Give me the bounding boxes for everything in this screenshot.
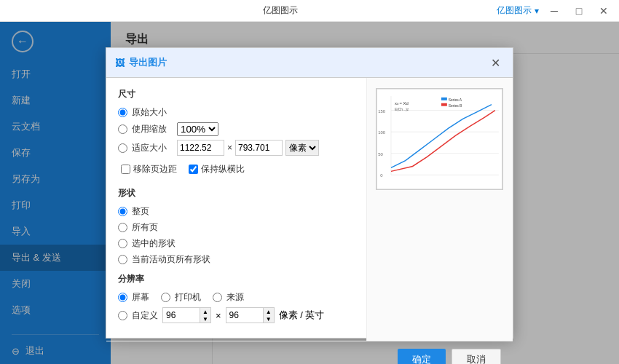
size-section-title: 尺寸 (118, 88, 355, 100)
keep-ratio-label: 保持纵横比 (201, 163, 245, 175)
fit-width-input[interactable] (177, 140, 224, 156)
fit-height-input[interactable] (235, 140, 283, 156)
radio-fit-input[interactable] (118, 143, 127, 153)
radio-curpage[interactable]: 整页 (118, 205, 355, 218)
radio-original[interactable]: 原始大小 (118, 106, 355, 119)
remove-margin-label: 移除页边距 (133, 163, 177, 175)
keep-ratio-checkbox-row[interactable]: 保持纵横比 (189, 163, 245, 175)
dpi-width-wrap: ▲ ▼ (162, 307, 211, 323)
radio-printer-label: 打印机 (175, 291, 201, 304)
svg-text:Series B: Series B (449, 104, 462, 108)
radio-selected-input[interactable] (118, 239, 127, 248)
svg-text:x₀ = Xd: x₀ = Xd (395, 101, 409, 106)
titlebar: 亿图图示 亿图图示 ▾ ─ □ ✕ (0, 0, 619, 22)
radio-zoom[interactable]: 使用缩放 100% 50% 150% 200% (118, 122, 355, 136)
dpi-unit-label: 像素 / 英寸 (279, 309, 325, 322)
minimize-button[interactable]: ─ (545, 4, 564, 18)
dpi-separator: × (216, 310, 221, 321)
keep-ratio-checkbox[interactable] (189, 165, 198, 174)
brand-arrow-icon[interactable]: ▾ (535, 6, 539, 16)
svg-text:Series A: Series A (449, 98, 462, 102)
radio-source-label: 来源 (226, 291, 244, 304)
dpi-height-up[interactable]: ▲ (264, 308, 274, 315)
titlebar-title: 亿图图示 (64, 4, 497, 17)
radio-custom[interactable]: 自定义 (118, 309, 158, 322)
radio-fit-label: 适应大小 (132, 142, 167, 154)
radio-activeall[interactable]: 当前活动页所有形状 (118, 253, 355, 266)
svg-rect-12 (441, 103, 447, 106)
radio-source[interactable]: 来源 (213, 291, 244, 304)
close-button[interactable]: ✕ (594, 4, 613, 18)
radio-custom-label: 自定义 (132, 309, 158, 322)
dpi-height-input[interactable] (226, 308, 263, 323)
radio-screen-label: 屏幕 (132, 291, 149, 304)
svg-text:50: 50 (378, 152, 383, 157)
radio-allpages-label: 所有页 (132, 221, 158, 234)
shape-radio-group: 整页 所有页 选中的形状 当前活动页所有形状 (118, 205, 355, 266)
dpi-width-input[interactable] (163, 308, 200, 323)
dpi-height-wrap: ▲ ▼ (226, 307, 275, 323)
radio-zoom-label: 使用缩放 (132, 123, 167, 135)
dialog-title-icon: 🖼 (115, 58, 125, 68)
dpi-width-down[interactable]: ▼ (200, 315, 210, 323)
radio-selected[interactable]: 选中的形状 (118, 237, 355, 250)
ok-button[interactable]: 确定 (398, 349, 446, 364)
radio-activeall-label: 当前活动页所有形状 (132, 253, 210, 266)
dialog-left: 尺寸 原始大小 使用缩放 100% 50% 150% (106, 78, 367, 341)
resolution-section-title: 分辨率 (118, 273, 355, 285)
radio-curpage-input[interactable] (118, 207, 127, 216)
dpi-height-down[interactable]: ▼ (264, 315, 274, 323)
svg-text:150: 150 (378, 109, 386, 114)
radio-screen[interactable]: 屏幕 (118, 291, 149, 304)
dpi-height-spinners: ▲ ▼ (263, 308, 274, 323)
dialog-body: 尺寸 原始大小 使用缩放 100% 50% 150% (106, 78, 513, 341)
dpi-width-spinners: ▲ ▼ (200, 308, 210, 323)
cancel-button[interactable]: 取消 (452, 349, 501, 364)
radio-activeall-input[interactable] (118, 255, 127, 264)
svg-text:E(Ch...)z: E(Ch...)z (395, 108, 409, 111)
radio-custom-input[interactable] (118, 311, 127, 320)
radio-screen-input[interactable] (118, 293, 127, 302)
radio-curpage-label: 整页 (132, 205, 149, 218)
chart-preview: 0 50 100 150 Series A Series B x₀ = Xd E… (376, 88, 503, 190)
size-radio-group: 原始大小 使用缩放 100% 50% 150% 200% (118, 106, 355, 156)
dialog-right: 0 50 100 150 Series A Series B x₀ = Xd E… (367, 78, 513, 341)
radio-allpages[interactable]: 所有页 (118, 221, 355, 234)
dialog-title-text: 导出图片 (129, 56, 167, 69)
export-image-dialog: 🖼 导出图片 ✕ 尺寸 原始大小 使用缩放 (106, 47, 513, 339)
svg-rect-10 (441, 98, 447, 100)
remove-margin-checkbox-row[interactable]: 移除页边距 (121, 163, 177, 175)
fit-unit-select[interactable]: 像素 毫米 厘米 (285, 140, 319, 156)
radio-original-input[interactable] (118, 108, 127, 117)
radio-fit[interactable]: 适应大小 × 像素 毫米 厘米 (118, 140, 355, 156)
resolution-radio-group: 屏幕 打印机 来源 自定义 (118, 291, 355, 323)
radio-printer[interactable]: 打印机 (161, 291, 201, 304)
maximize-button[interactable]: □ (569, 4, 588, 18)
radio-allpages-input[interactable] (118, 223, 127, 232)
dialog-close-button[interactable]: ✕ (486, 54, 504, 71)
radio-printer-input[interactable] (161, 293, 170, 302)
radio-zoom-input[interactable] (118, 124, 127, 134)
titlebar-brand: 亿图图示 ▾ (497, 4, 539, 17)
dialog-title: 🖼 导出图片 (115, 56, 167, 69)
dialog-footer: 确定 取消 (106, 341, 513, 364)
dialog-overlay: 🖼 导出图片 ✕ 尺寸 原始大小 使用缩放 (0, 22, 619, 364)
remove-margin-checkbox[interactable] (121, 165, 130, 174)
dialog-titlebar: 🖼 导出图片 ✕ (106, 48, 513, 78)
radio-original-label: 原始大小 (132, 106, 167, 119)
zoom-select[interactable]: 100% 50% 150% 200% (177, 122, 218, 136)
svg-text:100: 100 (378, 130, 386, 135)
radio-source-input[interactable] (213, 293, 222, 302)
shape-section-title: 形状 (118, 187, 355, 199)
dpi-width-up[interactable]: ▲ (200, 308, 210, 315)
titlebar-right: 亿图图示 ▾ ─ □ ✕ (497, 4, 613, 18)
radio-selected-label: 选中的形状 (132, 237, 176, 250)
brand-label: 亿图图示 (497, 4, 532, 17)
